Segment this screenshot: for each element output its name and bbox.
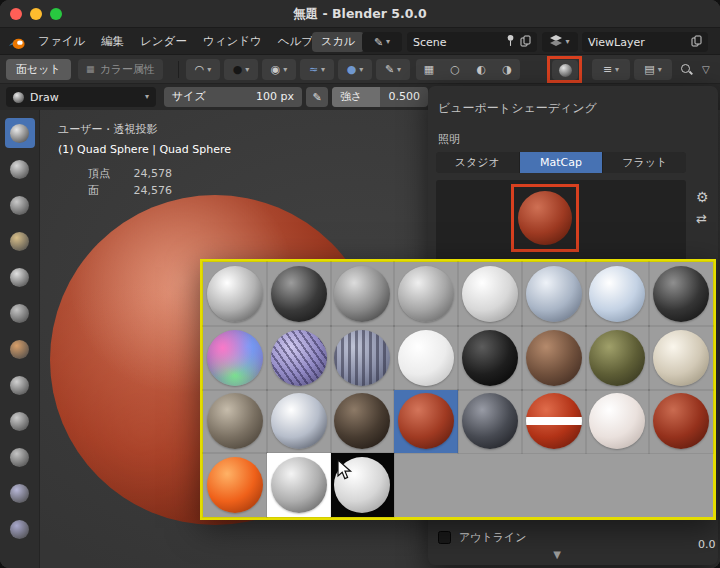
matcap-white-gloss[interactable] xyxy=(394,326,458,390)
chevron-down-icon: ▾ xyxy=(283,66,287,74)
flip-matcap-button[interactable]: ⇄ xyxy=(696,212,707,225)
tab-lighting-1[interactable]: MatCap xyxy=(520,152,604,173)
tool-clay-icon xyxy=(10,196,29,215)
color-attribute-button[interactable]: ▦ カラー属性 xyxy=(78,59,163,80)
tool-draw-sharp[interactable] xyxy=(5,154,35,184)
face-sets-button[interactable]: 面セット xyxy=(6,59,71,80)
tool-smooth[interactable] xyxy=(5,406,35,436)
tool-layer-icon xyxy=(10,268,29,287)
tool-clay-strips[interactable] xyxy=(5,226,35,256)
falloff-dropdown[interactable]: ◠▾ xyxy=(186,59,220,80)
tool-crease[interactable] xyxy=(5,370,35,400)
matcap-olive[interactable] xyxy=(586,326,650,390)
shading-solid-toggle[interactable]: ◐ xyxy=(468,59,494,80)
stroke-dropdown[interactable]: ≈▾ xyxy=(300,59,334,80)
matcap-red-clay[interactable] xyxy=(394,390,458,454)
matcap-dark-gray-sphere xyxy=(271,266,327,322)
viewlayer-icon-dropdown[interactable]: ▾ xyxy=(542,32,578,52)
color-attribute-label: カラー属性 xyxy=(100,62,156,77)
matcap-black-matte[interactable] xyxy=(458,326,522,390)
workspace-tab-sculpt[interactable]: スカル xyxy=(312,32,364,52)
tab-lighting-0[interactable]: スタジオ xyxy=(436,152,520,173)
matcap-pearl[interactable] xyxy=(586,390,650,454)
options-dropdown[interactable]: ✎▾ xyxy=(376,59,410,80)
chevron-down-icon: ▾ xyxy=(386,38,390,46)
tool-layer[interactable] xyxy=(5,262,35,292)
mouse-cursor xyxy=(337,459,353,481)
matcap-cream[interactable] xyxy=(649,326,713,390)
matcap-soft-gray[interactable] xyxy=(394,262,458,326)
tool-clay[interactable] xyxy=(5,190,35,220)
tool-blob[interactable] xyxy=(5,334,35,364)
editor-list-dropdown[interactable]: ≡▾ xyxy=(592,59,630,80)
pin-icon[interactable] xyxy=(506,34,515,50)
matcap-orange[interactable] xyxy=(203,453,267,517)
matcap-clay-brown[interactable] xyxy=(522,326,586,390)
xray-toggle[interactable]: ▦ xyxy=(416,59,442,80)
tool-scrape[interactable] xyxy=(5,478,35,508)
tool-inflate[interactable] xyxy=(5,298,35,328)
shading-sphere-icon xyxy=(559,64,572,77)
size-pressure-toggle[interactable]: ✎ xyxy=(306,87,328,107)
matcap-glass-blue-sphere xyxy=(589,266,645,322)
menu-item-3[interactable]: ウィンドウ xyxy=(195,34,270,49)
menu-item-1[interactable]: 編集 xyxy=(93,34,132,49)
menu-item-0[interactable]: ファイル xyxy=(30,34,93,49)
matcap-purple-hatch[interactable] xyxy=(267,326,331,390)
matcap-mid-gray[interactable] xyxy=(331,262,395,326)
tool-pinch[interactable] xyxy=(5,514,35,544)
pen-icon: ✎ xyxy=(385,64,394,75)
symmetry-dropdown[interactable]: ●▾ xyxy=(338,59,372,80)
blender-logo-icon[interactable] xyxy=(8,35,25,54)
matcap-normal-check[interactable] xyxy=(203,326,267,390)
cursor-dropdown[interactable]: ◉▾ xyxy=(262,59,296,80)
matcap-taupe[interactable] xyxy=(203,390,267,454)
strength-slider[interactable]: 強さ 0.500 xyxy=(332,87,428,107)
matcap-gray-shiny[interactable] xyxy=(203,262,267,326)
matcap-dark-gray[interactable] xyxy=(267,262,331,326)
filter-button[interactable]: ▽ xyxy=(702,64,710,75)
matcap-chrome[interactable] xyxy=(267,390,331,454)
pressure-pen-icon: ✎ xyxy=(312,91,321,104)
matcap-espresso[interactable] xyxy=(331,390,395,454)
matcap-preview-sphere[interactable] xyxy=(518,191,572,245)
size-slider[interactable]: サイズ 100 px xyxy=(164,87,302,107)
image-dropdown[interactable]: ▤▾ xyxy=(634,59,672,80)
chevron-down-icon: ▾ xyxy=(565,38,569,46)
tool-flatten[interactable] xyxy=(5,442,35,472)
scene-selector[interactable]: Scene xyxy=(407,32,537,52)
menu-item-2[interactable]: レンダー xyxy=(132,34,195,49)
sculpt-toolbar xyxy=(0,110,40,568)
matcap-glass-blue[interactable] xyxy=(586,262,650,326)
copy-icon[interactable] xyxy=(691,35,702,50)
matcap-rust[interactable] xyxy=(649,390,713,454)
shading-material-toggle[interactable]: ◑ xyxy=(494,59,520,80)
matcap-charcoal-sphere xyxy=(653,266,709,322)
tab-lighting-2[interactable]: フラット xyxy=(603,152,686,173)
viewlayer-selector[interactable]: ViewLayer xyxy=(582,32,708,52)
mode-dropdown[interactable]: ✎ ▾ xyxy=(362,32,402,52)
stroke-icon: ≈ xyxy=(309,64,318,75)
matcap-charcoal[interactable] xyxy=(649,262,713,326)
tool-header: 面セット ▦ カラー属性 ◠▾ ●▾ ◉▾ ≈▾ ●▾ ✎▾ ▦ ○ ◐ ◑ xyxy=(0,55,720,84)
shading-wireframe-toggle[interactable]: ○ xyxy=(442,59,468,80)
texture-dropdown[interactable]: ●▾ xyxy=(224,59,258,80)
matcap-gray-ball[interactable] xyxy=(267,453,331,517)
scroll-more-indicator[interactable]: ▼ xyxy=(428,549,686,560)
matcap-pale-blue[interactable] xyxy=(522,262,586,326)
outline-checkbox[interactable] xyxy=(438,531,451,544)
brush-type-dropdown[interactable]: Draw ▾ xyxy=(6,87,156,107)
matcap-red-band[interactable] xyxy=(522,390,586,454)
tool-draw[interactable] xyxy=(5,118,35,148)
object-info-label: (1) Quad Sphere | Quad Sphere xyxy=(58,143,231,156)
shaded-sphere-icon: ◑ xyxy=(502,63,512,76)
settings-button[interactable]: ⚙ xyxy=(696,190,709,204)
matcap-bright-white[interactable] xyxy=(458,262,522,326)
new-scene-icon[interactable] xyxy=(520,35,531,50)
chevron-down-icon: ▾ xyxy=(397,66,401,74)
chevron-down-icon: ▾ xyxy=(207,66,211,74)
matcap-gunmetal[interactable] xyxy=(458,390,522,454)
matcap-blue-stripes[interactable] xyxy=(331,326,395,390)
viewport-shading-dropdown[interactable] xyxy=(552,60,578,80)
brush-preview-icon xyxy=(13,92,24,103)
